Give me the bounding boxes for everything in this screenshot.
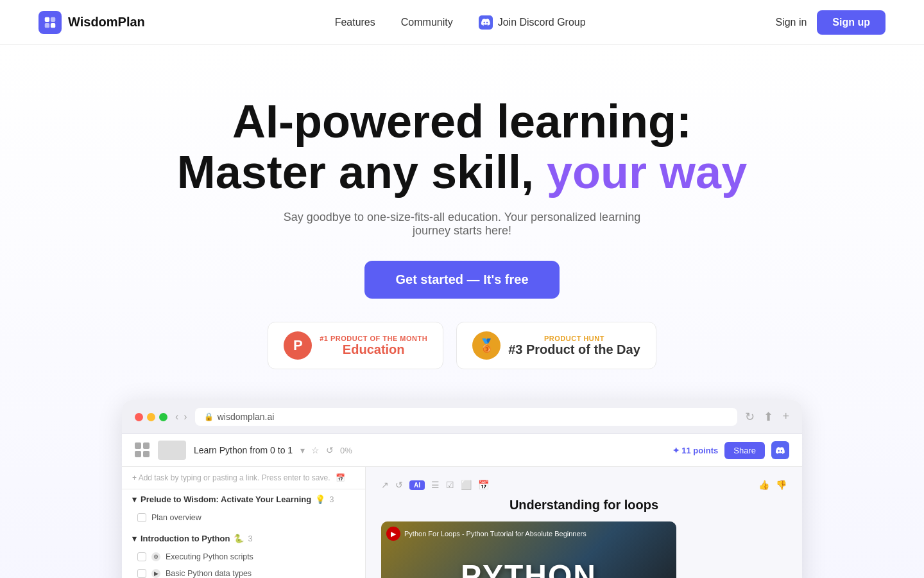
hero-subtitle: Say goodbye to one-size-fits-all educati…	[263, 211, 661, 238]
task-checkbox-1[interactable]	[137, 513, 146, 522]
section-1-emoji: 💡	[315, 495, 325, 504]
nav-auth: Sign in Sign up	[775, 10, 886, 35]
nav-links: Features Community Join Discord Group	[335, 15, 586, 30]
browser-forward-icon: ›	[184, 411, 187, 423]
task-item-executing: ⚙ Executing Python scripts	[122, 548, 365, 565]
chevron-icon: ▾	[132, 495, 137, 504]
section-1-header: ▾ Prelude to Wisdom: Activate Your Learn…	[122, 489, 365, 509]
task-icon-circle-2: ▶	[151, 569, 160, 578]
medal-icon: 🥉	[472, 331, 501, 360]
chevron-down-icon: ▾	[300, 445, 305, 455]
features-link[interactable]: Features	[335, 17, 375, 28]
list-icon: ☰	[431, 480, 440, 490]
hero-title-line2-plain: Master any skill,	[177, 146, 534, 198]
task-label-plan: Plan overview	[151, 513, 201, 522]
discord-link-text: Join Discord Group	[498, 17, 586, 28]
content-toolbar: ↗ ↺ AI ☰ ☑ ⬜ 📅 👍 👎	[381, 480, 787, 490]
calendar-icon-2: 📅	[478, 480, 489, 490]
section-1-count: 3	[329, 495, 334, 504]
browser-url: wisdomplan.ai	[218, 412, 275, 422]
task-checkbox-2[interactable]	[137, 552, 146, 561]
ai-badge: AI	[409, 480, 425, 490]
external-link-icon: ↗	[381, 480, 389, 490]
share-button[interactable]: Share	[724, 442, 765, 459]
share-icon: ⬆	[764, 410, 773, 424]
logo[interactable]: WisdomPlan	[38, 11, 145, 34]
task-icon-circle: ⚙	[151, 552, 160, 561]
app-toolbar: Learn Python from 0 to 1 ▾ ☆ ↺ 0% ✦ 11 p…	[122, 434, 802, 467]
discord-icon	[479, 15, 493, 30]
refresh-icon: ↺	[326, 445, 334, 455]
add-task-text: + Add task by typing or pasting a link. …	[132, 473, 330, 482]
video-title-bar-text: Python For Loops - Python Tutorial for A…	[404, 530, 586, 538]
browser-chrome-bar: ‹ › 🔒 wisdomplan.ai ↻ ⬆ +	[122, 400, 802, 434]
new-tab-icon: +	[782, 410, 789, 424]
signin-button[interactable]: Sign in	[775, 17, 807, 28]
thumbsup-icon: 👍	[758, 480, 769, 490]
browser-dot-green	[159, 413, 167, 421]
task-label-executing: Executing Python scripts	[166, 552, 253, 561]
logo-icon	[38, 11, 62, 34]
checkbox-icon: ☑	[446, 480, 454, 490]
hero-section: AI-powered learning: Master any skill, y…	[0, 45, 924, 578]
producthunt-icon: P	[284, 331, 312, 360]
community-link[interactable]: Community	[401, 17, 453, 28]
chevron-icon-2: ▾	[132, 534, 137, 543]
content-tools-left: ↗ ↺ AI ☰ ☑ ⬜ 📅	[381, 480, 489, 490]
window-icon: ⬜	[461, 480, 472, 490]
browser-dot-yellow	[147, 413, 155, 421]
add-task-bar: + Add task by typing or pasting a link. …	[122, 467, 365, 489]
points-badge: ✦ 11 points	[672, 446, 719, 455]
course-thumbnail	[158, 441, 186, 460]
course-title: Learn Python from 0 to 1	[194, 445, 293, 455]
browser-back-icon: ‹	[175, 411, 178, 423]
task-label-basic: Basic Python data types	[166, 569, 252, 578]
hero-title-accent: your way	[547, 146, 747, 198]
browser-url-bar: 🔒 wisdomplan.ai	[195, 408, 738, 426]
toolbar-left: Learn Python from 0 to 1 ▾ ☆ ↺ 0%	[135, 441, 352, 460]
navbar: WisdomPlan Features Community Join Disco…	[0, 0, 924, 45]
svg-rect-0	[45, 17, 49, 21]
badge-2-top: PRODUCT HUNT	[508, 335, 640, 342]
task-checkbox-3[interactable]	[137, 569, 146, 578]
video-thumbnail[interactable]: ▶ Python For Loops - Python Tutorial for…	[381, 521, 676, 578]
main-content-panel: ↗ ↺ AI ☰ ☑ ⬜ 📅 👍 👎 Understanding for loo…	[366, 467, 802, 578]
section-2-count: 3	[248, 534, 252, 543]
logo-text: WisdomPlan	[68, 15, 145, 30]
svg-rect-2	[45, 22, 49, 27]
hero-title-line1: AI-powered learning:	[232, 96, 692, 147]
discord-link[interactable]: Join Discord Group	[479, 15, 586, 30]
product-day-badge: 🥉 PRODUCT HUNT #3 Product of the Day	[456, 322, 656, 369]
task-item-basic: ▶ Basic Python data types	[122, 565, 365, 578]
browser-dot-red	[135, 413, 143, 421]
badge-2-main: #3 Product of the Day	[508, 342, 640, 357]
product-month-badge: P #1 PRODUCT OF THE MONTH Education	[268, 322, 443, 369]
discord-small-icon	[771, 441, 789, 459]
video-channel-info: ▶ Python For Loops - Python Tutorial for…	[386, 527, 586, 541]
browser-mockup: ‹ › 🔒 wisdomplan.ai ↻ ⬆ + Learn Pyth	[122, 400, 802, 578]
section-2-title: Introduction to Python	[141, 534, 230, 543]
badge-1-text: #1 PRODUCT OF THE MONTH Education	[320, 335, 427, 357]
toolbar-icons: ▾ ☆ ↺ 0%	[300, 445, 352, 455]
video-thumb-text: PYTHON	[461, 558, 597, 578]
content-heading: Understanding for loops	[381, 498, 787, 512]
badge-2-text: PRODUCT HUNT #3 Product of the Day	[508, 335, 640, 357]
badge-1-top: #1 PRODUCT OF THE MONTH	[320, 335, 427, 342]
content-tools-right: 👍 👎	[758, 480, 787, 490]
grid-icon	[135, 442, 150, 458]
section-2-header: ▾ Introduction to Python 🐍 3	[122, 529, 365, 548]
browser-nav-buttons: ‹ ›	[175, 411, 187, 423]
channel-avatar: ▶	[386, 527, 400, 541]
svg-rect-3	[51, 22, 55, 27]
task-sidebar: + Add task by typing or pasting a link. …	[122, 467, 366, 578]
signup-button[interactable]: Sign up	[817, 10, 886, 35]
toolbar-right: ✦ 11 points Share	[672, 441, 789, 459]
task-item-plan: Plan overview	[122, 509, 365, 526]
badge-1-main: Education	[320, 342, 427, 357]
progress-text: 0%	[340, 446, 352, 455]
browser-action-icons: ↻ ⬆ +	[745, 410, 789, 424]
browser-content: + Add task by typing or pasting a link. …	[122, 467, 802, 578]
bookmark-icon: ☆	[311, 445, 320, 455]
cta-button[interactable]: Get started — It's free	[364, 261, 559, 299]
product-badges: P #1 PRODUCT OF THE MONTH Education 🥉 PR…	[268, 322, 656, 369]
